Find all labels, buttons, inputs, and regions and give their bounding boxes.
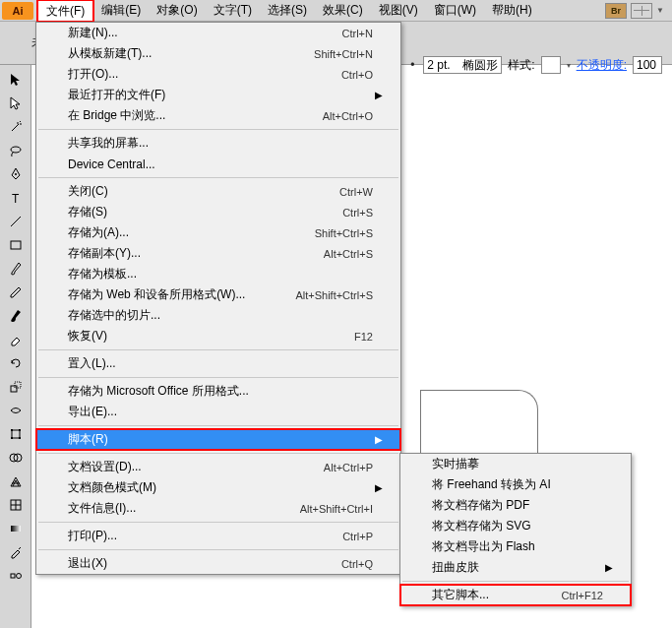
menu-separator <box>38 453 398 454</box>
menu-item-文件信息(I)...[interactable]: 文件信息(I)...Alt+Shift+Ctrl+I <box>36 498 400 519</box>
scale-tool-icon[interactable] <box>3 376 29 398</box>
menu-item-存储为 Microsoft Office 所用格式...[interactable]: 存储为 Microsoft Office 所用格式... <box>36 381 400 402</box>
menu-item-文档设置(D)...[interactable]: 文档设置(D)...Alt+Ctrl+P <box>36 457 400 477</box>
style-swatch[interactable] <box>541 56 561 74</box>
eyedropper-tool-icon[interactable] <box>3 541 29 563</box>
menu-item-存储为 Web 和设备所用格式(W)...[interactable]: 存储为 Web 和设备所用格式(W)...Alt+Shift+Ctrl+S <box>36 284 400 305</box>
menu-item-共享我的屏幕...[interactable]: 共享我的屏幕... <box>36 133 400 154</box>
free-transform-tool-icon[interactable] <box>3 423 29 445</box>
menu-item-导出(E)...[interactable]: 导出(E)... <box>36 402 400 422</box>
menu-item-shortcut: Shift+Ctrl+S <box>315 227 373 239</box>
menu-item-label: 实时描摹 <box>432 456 603 472</box>
menu-item-存储副本(Y)...[interactable]: 存储副本(Y)...Alt+Ctrl+S <box>36 243 400 264</box>
stroke-style-value: 椭圆形 <box>462 57 498 74</box>
menu-item-label: 置入(L)... <box>68 355 373 372</box>
menu-item-shortcut: Alt+Shift+Ctrl+I <box>300 503 373 515</box>
tools-panel: T <box>0 65 31 628</box>
opacity-input[interactable]: 100 <box>633 56 662 74</box>
menu-item-恢复(V)[interactable]: 恢复(V)F12 <box>36 326 400 346</box>
menu-item-在 Bridge 中浏览...[interactable]: 在 Bridge 中浏览...Alt+Ctrl+O <box>36 105 400 126</box>
menu-item-shortcut: Shift+Ctrl+N <box>314 48 373 60</box>
menu-item-shortcut: Alt+Ctrl+S <box>324 248 373 260</box>
svg-rect-16 <box>11 574 15 578</box>
menu-选择(S)[interactable]: 选择(S) <box>260 0 315 22</box>
menu-item-新建(N)...[interactable]: 新建(N)...Ctrl+N <box>36 23 400 43</box>
menu-编辑(E)[interactable]: 编辑(E) <box>93 0 149 22</box>
scripts-submenu: 实时描摹将 Freehand 转换为 AI将文档存储为 PDF将文档存储为 SV… <box>399 453 632 606</box>
menu-item-将 Freehand 转换为 AI[interactable]: 将 Freehand 转换为 AI <box>400 474 631 495</box>
width-tool-icon[interactable] <box>3 400 29 421</box>
chevron-down-icon[interactable]: ▼ <box>656 6 664 15</box>
paintbrush-tool-icon[interactable] <box>3 258 29 280</box>
menu-separator <box>38 377 398 378</box>
stroke-width-value: 2 pt. <box>427 58 450 72</box>
menu-效果(C)[interactable]: 效果(C) <box>315 0 371 22</box>
rotate-tool-icon[interactable] <box>3 352 29 374</box>
menu-对象(O)[interactable]: 对象(O) <box>149 0 205 22</box>
menu-窗口(W)[interactable]: 窗口(W) <box>426 0 484 22</box>
gradient-tool-icon[interactable] <box>3 518 29 539</box>
selection-tool-icon[interactable] <box>3 69 29 91</box>
menu-separator <box>38 349 398 350</box>
menu-item-存储为模板...[interactable]: 存储为模板... <box>36 264 400 284</box>
blend-tool-icon[interactable] <box>3 565 29 587</box>
menu-视图(V)[interactable]: 视图(V) <box>371 0 426 22</box>
menu-item-将文档存储为 SVG[interactable]: 将文档存储为 SVG <box>400 516 631 536</box>
direct-selection-tool-icon[interactable] <box>3 93 29 114</box>
menu-item-label: 打印(P)... <box>68 528 342 544</box>
menu-文件(F)[interactable]: 文件(F) <box>37 0 93 22</box>
menu-item-其它脚本...[interactable]: 其它脚本...Ctrl+F12 <box>400 585 631 605</box>
menu-item-label: 最近打开的文件(F) <box>68 87 373 103</box>
svg-rect-5 <box>11 386 17 392</box>
perspective-grid-tool-icon[interactable] <box>3 471 29 492</box>
menu-item-退出(X)[interactable]: 退出(X)Ctrl+Q <box>36 553 400 574</box>
submenu-arrow-icon: ▶ <box>603 562 613 573</box>
submenu-arrow-icon: ▶ <box>373 482 383 493</box>
menu-separator <box>38 129 398 130</box>
menu-item-最近打开的文件(F)[interactable]: 最近打开的文件(F)▶ <box>36 85 400 105</box>
menu-item-扭曲皮肤[interactable]: 扭曲皮肤▶ <box>400 557 631 578</box>
app-logo: Ai <box>2 2 33 20</box>
bridge-badge[interactable]: Br <box>605 3 627 19</box>
menu-item-label: 其它脚本... <box>432 587 562 603</box>
menu-item-label: 将文档导出为 Flash <box>432 538 603 555</box>
menu-文字(T)[interactable]: 文字(T) <box>206 0 260 22</box>
chevron-down-icon[interactable]: ▾ <box>567 61 571 70</box>
svg-rect-8 <box>11 429 13 431</box>
shape-builder-tool-icon[interactable] <box>3 447 29 469</box>
menu-item-关闭(C)[interactable]: 关闭(C)Ctrl+W <box>36 181 400 202</box>
line-tool-icon[interactable] <box>3 211 29 232</box>
pencil-tool-icon[interactable] <box>3 282 29 303</box>
menu-item-实时描摹[interactable]: 实时描摹 <box>400 454 631 474</box>
stroke-width-select[interactable]: 2 pt. 椭圆形 <box>423 56 502 74</box>
menu-item-Device Central...[interactable]: Device Central... <box>36 154 400 174</box>
type-tool-icon[interactable]: T <box>3 187 29 209</box>
menu-item-从模板新建(T)...[interactable]: 从模板新建(T)...Shift+Ctrl+N <box>36 43 400 64</box>
opacity-label[interactable]: 不透明度: <box>577 57 627 74</box>
lasso-tool-icon[interactable] <box>3 140 29 161</box>
menu-separator <box>38 177 398 178</box>
menu-item-shortcut: Ctrl+P <box>342 531 373 542</box>
mesh-tool-icon[interactable] <box>3 494 29 516</box>
menu-item-打开(O)...[interactable]: 打开(O)...Ctrl+O <box>36 64 400 85</box>
menu-item-label: 存储为 Web 和设备所用格式(W)... <box>68 286 295 303</box>
magic-wand-tool-icon[interactable] <box>3 116 29 138</box>
arrange-documents-icon[interactable] <box>631 3 652 19</box>
rectangle-tool-icon[interactable] <box>3 234 29 256</box>
menu-item-置入(L)...[interactable]: 置入(L)... <box>36 353 400 374</box>
menu-item-存储为(A)...[interactable]: 存储为(A)...Shift+Ctrl+S <box>36 222 400 243</box>
menu-item-将文档存储为 PDF[interactable]: 将文档存储为 PDF <box>400 495 631 516</box>
svg-point-1 <box>15 173 17 175</box>
menu-item-文档颜色模式(M)[interactable]: 文档颜色模式(M)▶ <box>36 477 400 498</box>
menu-item-打印(P)...[interactable]: 打印(P)...Ctrl+P <box>36 526 400 546</box>
menu-item-将文档导出为 Flash[interactable]: 将文档导出为 Flash <box>400 536 631 557</box>
pen-tool-icon[interactable] <box>3 163 29 185</box>
menu-item-存储(S)[interactable]: 存储(S)Ctrl+S <box>36 202 400 222</box>
eraser-tool-icon[interactable] <box>3 329 29 350</box>
menu-item-label: 存储为(A)... <box>68 224 315 241</box>
menu-item-存储选中的切片...[interactable]: 存储选中的切片... <box>36 305 400 326</box>
menu-item-脚本(R)[interactable]: 脚本(R)▶ <box>36 429 400 450</box>
menu-item-label: 将文档存储为 SVG <box>432 518 603 534</box>
menu-帮助(H)[interactable]: 帮助(H) <box>484 0 540 22</box>
blob-brush-tool-icon[interactable] <box>3 305 29 327</box>
